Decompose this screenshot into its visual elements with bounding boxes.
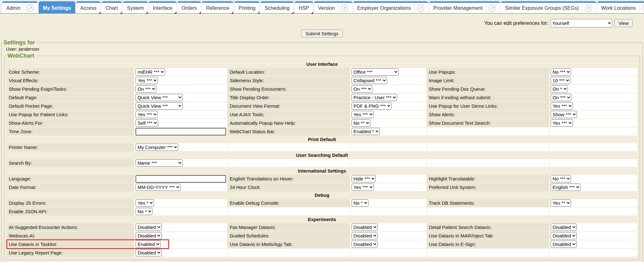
tab-orders[interactable]: Orders (177, 1, 201, 13)
select-guided-schedules[interactable]: Disabled (352, 232, 378, 239)
select-automatically-popup-new-help[interactable]: No ** (352, 119, 370, 127)
select-warn-if-exiting-without-submit[interactable]: On *** (551, 94, 571, 101)
tab-scheduling[interactable]: Scheduling (260, 1, 293, 13)
section-title: User Interface (7, 61, 637, 67)
select-visual-effects[interactable]: Yes *** (136, 77, 158, 84)
setting-value-cell: No *** (550, 175, 637, 183)
select-show-pending-esign-tasks[interactable]: On *** (136, 85, 156, 93)
select-use-datavis-in-mar-inject-tab[interactable]: Disabled (551, 232, 577, 239)
tab-interface[interactable]: Interface (149, 1, 176, 13)
select-highlight-translatable[interactable]: No *** (551, 175, 571, 182)
dropdown-corner-icon[interactable] (311, 12, 313, 14)
setting-value-cell: Enabled (135, 240, 227, 248)
tab-divider (338, 4, 338, 12)
select-english-translations-on-hover[interactable]: Hide *** (352, 175, 376, 182)
select-show-pending-encounters[interactable]: On *** (352, 85, 372, 93)
input-language[interactable] (136, 175, 226, 183)
open-new-window-icon[interactable]: ↗ (642, 5, 644, 12)
tab-admin[interactable]: Admin↗ (2, 1, 38, 13)
open-new-window-icon[interactable]: ↗ (341, 5, 348, 12)
select-default-page[interactable]: Quick View *** (136, 94, 183, 101)
select-webchart-status-bar[interactable]: Enabled * (352, 128, 380, 135)
select-use-datavis-in-tasklist[interactable]: Enabled (136, 241, 161, 248)
dropdown-corner-icon[interactable] (231, 12, 233, 14)
select-use-ajax-tools[interactable]: Yes *** (352, 111, 374, 118)
select-show-pending-doc-queue[interactable]: On * (551, 85, 568, 93)
dropdown-corner-icon[interactable] (199, 12, 201, 14)
setting-value-cell: Yes *** (351, 111, 426, 118)
select-fax-manager-datavis[interactable]: Disabled (352, 224, 378, 231)
select-enable-debug-console[interactable]: No * (352, 199, 369, 207)
select-sidemenu-style[interactable]: Collapsed *** (352, 77, 387, 84)
select-use-datavis-in-meds-agy-tab[interactable]: Disabled (352, 241, 378, 248)
setting-value-cell: Quick View *** (135, 102, 227, 110)
tab-provider-management[interactable]: Provider Management↗ (429, 1, 500, 13)
select-use-popups[interactable]: No *** (551, 68, 571, 76)
submit-settings-button[interactable]: Submit Settings (301, 30, 342, 37)
setting-label-date-format: Date Format: (7, 183, 134, 191)
select-printer-name[interactable]: My Computer *** (136, 144, 178, 151)
select-image-limit[interactable]: 10 *** (551, 77, 570, 84)
select-detail-patient-search-datavis[interactable]: Disabled (551, 224, 577, 231)
tab-work-locations[interactable]: Work Locations↗ (597, 1, 644, 13)
select-display-js-errors[interactable]: Yes * (136, 199, 154, 207)
select-use-popup-for-patient-links[interactable]: Yes *** (136, 111, 158, 118)
select-track-db-statements[interactable]: Yes ** (551, 199, 571, 207)
setting-label-english-translations-on-hover: English Translations on Hover: (228, 175, 350, 183)
select-show-document-text-search[interactable]: Yes *** (551, 119, 573, 127)
dropdown-corner-icon[interactable] (291, 12, 294, 14)
select-use-legacy-report-page[interactable]: Disabled (136, 249, 162, 256)
tab-version[interactable]: Version↗ (314, 1, 352, 13)
select-use-popup-for-user-demo-links[interactable]: Yes *** (551, 102, 573, 110)
select-default-location[interactable]: Office *** (352, 68, 399, 76)
select-preferred-unit-system[interactable]: English *** (551, 184, 580, 191)
select-ai-suggested-encounter-actions[interactable]: Disabled (136, 224, 162, 231)
tab-reference[interactable]: Reference (202, 1, 233, 13)
input-time-zone[interactable] (136, 128, 226, 135)
webchart-legend: WebChart (7, 53, 36, 59)
dropdown-corner-icon[interactable] (257, 12, 259, 14)
tab-hsp[interactable]: HSP (295, 1, 313, 13)
select-enable-json-api[interactable]: No * (136, 208, 153, 215)
tab-label: Printing (238, 5, 255, 11)
tab-access[interactable]: Access (76, 1, 101, 13)
setting-label-guided-schedules: Guided Schedules: (228, 232, 350, 240)
select-use-datavis-in-e-sign[interactable]: Disabled (551, 241, 577, 248)
setting-label-warn-if-exiting-without-submit: Warn if exiting without submit: (427, 94, 549, 101)
setting-label-show-document-text-search: Show Document Text Search: (427, 119, 549, 127)
select-document-view-format[interactable]: PDF & PNG *** (352, 102, 391, 110)
tab-chart[interactable]: Chart (102, 1, 122, 13)
view-button[interactable]: View (614, 19, 633, 27)
select-show-alerts-for[interactable]: Self *** (136, 119, 158, 127)
select-24-hour-clock[interactable]: Yes *** (352, 184, 374, 191)
dropdown-corner-icon[interactable] (146, 12, 148, 14)
open-new-window-icon[interactable]: ↗ (585, 5, 592, 12)
select-show-alerts[interactable]: Show *** (551, 111, 577, 118)
section-title: Debug (7, 192, 637, 198)
select-webscan-ai[interactable]: Disabled (136, 232, 162, 239)
select-date-format[interactable]: MM-DD-YYYY *** (136, 184, 180, 191)
dropdown-corner-icon[interactable] (98, 12, 101, 14)
open-new-window-icon[interactable]: ↗ (27, 5, 34, 12)
setting-label-default-page: Default Page: (7, 94, 134, 101)
edit-preferences-select[interactable]: Yourself (551, 19, 612, 27)
section-header-row: Experiments (7, 216, 637, 223)
select-title-display-order[interactable]: Practice - User *** (352, 94, 397, 101)
tab-printing[interactable]: Printing (234, 1, 259, 13)
select-default-pocket-page[interactable]: Quick View *** (136, 102, 183, 110)
open-new-window-icon[interactable]: ↗ (489, 5, 496, 12)
dropdown-corner-icon[interactable] (174, 12, 176, 14)
open-new-window-icon[interactable]: ↗ (417, 5, 424, 12)
select-search-by[interactable]: Name *** (136, 159, 183, 167)
section-title: Print Default (7, 136, 637, 143)
empty-cell (550, 159, 637, 167)
setting-label-title-display-order: Title Display Order: (228, 94, 350, 101)
select-color-scheme[interactable]: miEHR *** (136, 68, 165, 76)
tab-system[interactable]: System (123, 1, 148, 13)
tab-employer-organizations[interactable]: Employer Organizations↗ (353, 1, 428, 13)
dropdown-corner-icon[interactable] (120, 12, 122, 14)
tab-similar-exposure-groups-segs[interactable]: Similar Exposure Groups (SEGs)↗ (501, 1, 596, 13)
tab-my-settings[interactable]: My Settings (39, 1, 75, 13)
section-header-row: International Settings (7, 168, 637, 174)
section-title: International Settings (7, 168, 637, 174)
